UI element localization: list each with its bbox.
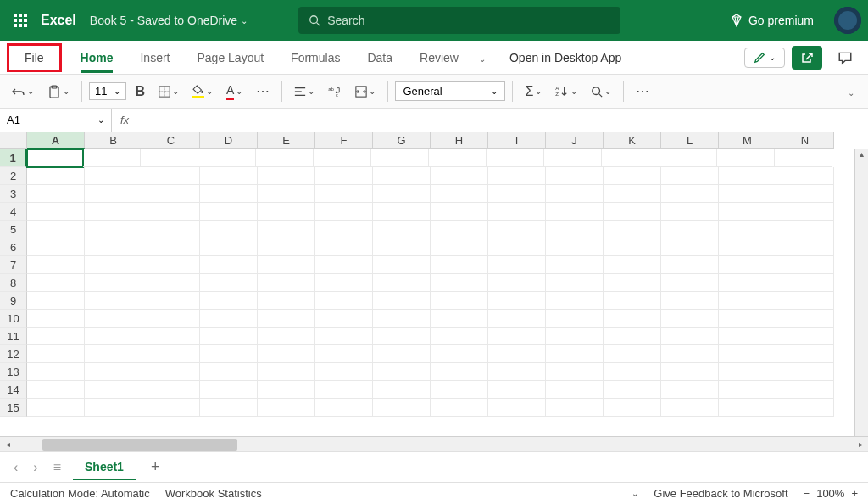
cell[interactable] — [431, 238, 488, 256]
cell[interactable] — [85, 185, 142, 203]
column-header[interactable]: E — [258, 132, 315, 149]
number-format-select[interactable]: General ⌄ — [395, 81, 505, 101]
user-avatar[interactable] — [834, 7, 861, 34]
cell[interactable] — [373, 328, 431, 345]
cell[interactable] — [431, 203, 488, 221]
cell[interactable] — [546, 203, 604, 221]
scroll-right-icon[interactable]: ▸ — [853, 437, 868, 451]
cell[interactable] — [142, 221, 200, 238]
cell[interactable] — [315, 345, 373, 363]
cell[interactable] — [546, 399, 604, 417]
cell[interactable] — [200, 363, 258, 381]
cell[interactable] — [488, 274, 546, 292]
cell[interactable] — [258, 399, 315, 417]
cell[interactable] — [661, 274, 719, 292]
cell[interactable] — [85, 238, 142, 256]
cell[interactable] — [717, 149, 775, 167]
cell[interactable] — [373, 292, 431, 310]
cell[interactable] — [200, 256, 258, 274]
cell[interactable] — [85, 381, 142, 399]
cell[interactable] — [142, 167, 200, 185]
cell[interactable] — [200, 203, 258, 221]
open-desktop-app[interactable]: Open in Desktop App — [509, 51, 621, 64]
cell[interactable] — [776, 256, 834, 274]
tab-home[interactable]: Home — [67, 42, 127, 73]
cell[interactable] — [776, 185, 834, 203]
wrap-text-button[interactable]: abc — [323, 82, 347, 101]
sheet-next-icon[interactable]: › — [30, 460, 41, 475]
cell[interactable] — [719, 221, 776, 238]
cell[interactable] — [315, 203, 373, 221]
cell[interactable] — [431, 310, 488, 328]
cell[interactable] — [604, 399, 661, 417]
cell[interactable] — [775, 149, 832, 167]
cell[interactable] — [431, 167, 488, 185]
row-header[interactable]: 7 — [0, 256, 27, 274]
cell[interactable] — [431, 256, 488, 274]
row-header[interactable]: 6 — [0, 238, 27, 256]
row-header[interactable]: 12 — [0, 345, 27, 363]
align-button[interactable]: ⌄ — [289, 82, 320, 101]
tab-overflow[interactable]: ⌄ — [472, 42, 492, 74]
column-header[interactable]: D — [200, 132, 258, 149]
cell[interactable] — [200, 167, 258, 185]
cell[interactable] — [200, 185, 258, 203]
cell[interactable] — [661, 310, 719, 328]
cell[interactable] — [661, 238, 719, 256]
column-header[interactable]: C — [142, 132, 200, 149]
cell[interactable] — [200, 345, 258, 363]
cell[interactable] — [256, 149, 314, 167]
cell[interactable] — [258, 238, 315, 256]
search-box[interactable] — [298, 7, 620, 34]
undo-button[interactable]: ⌄ — [7, 81, 39, 102]
cell[interactable] — [604, 167, 661, 185]
column-header[interactable]: K — [604, 132, 661, 149]
cells-area[interactable] — [27, 149, 868, 436]
cell[interactable] — [776, 274, 834, 292]
search-input[interactable] — [327, 14, 610, 27]
cell[interactable] — [373, 221, 431, 238]
cell[interactable] — [776, 381, 834, 399]
cell[interactable] — [431, 399, 488, 417]
column-header[interactable]: J — [546, 132, 604, 149]
cell[interactable] — [719, 256, 776, 274]
cell[interactable] — [200, 310, 258, 328]
cell[interactable] — [719, 328, 776, 345]
cell[interactable] — [488, 363, 546, 381]
sort-filter-button[interactable]: AZ ⌄ — [550, 82, 582, 101]
cell[interactable] — [27, 185, 85, 203]
cell[interactable] — [27, 221, 85, 238]
cell[interactable] — [27, 381, 85, 399]
cell[interactable] — [719, 203, 776, 221]
row-header[interactable]: 11 — [0, 328, 27, 345]
cell[interactable] — [315, 274, 373, 292]
cell[interactable] — [142, 363, 200, 381]
cell[interactable] — [546, 185, 604, 203]
cell[interactable] — [85, 256, 142, 274]
column-header[interactable]: A — [27, 132, 85, 149]
cell[interactable] — [546, 274, 604, 292]
cell[interactable] — [27, 363, 85, 381]
row-header[interactable]: 8 — [0, 274, 27, 292]
cell[interactable] — [142, 274, 200, 292]
font-color-button[interactable]: A ⌄ — [221, 80, 248, 104]
column-header[interactable]: H — [431, 132, 488, 149]
cell[interactable] — [142, 292, 200, 310]
cell[interactable] — [258, 328, 315, 345]
cell[interactable] — [431, 221, 488, 238]
cell[interactable] — [719, 363, 776, 381]
cell[interactable] — [776, 167, 834, 185]
cell[interactable] — [85, 345, 142, 363]
cell[interactable] — [487, 149, 544, 167]
cell[interactable] — [546, 328, 604, 345]
column-header[interactable]: F — [315, 132, 373, 149]
cell[interactable] — [373, 203, 431, 221]
cell[interactable] — [488, 238, 546, 256]
select-all-corner[interactable] — [0, 132, 27, 149]
cell[interactable] — [315, 363, 373, 381]
font-size-select[interactable]: 11 ⌄ — [89, 82, 126, 100]
merge-button[interactable]: ⌄ — [350, 82, 381, 101]
cell[interactable] — [488, 399, 546, 417]
cell[interactable] — [776, 292, 834, 310]
cell[interactable] — [604, 328, 661, 345]
